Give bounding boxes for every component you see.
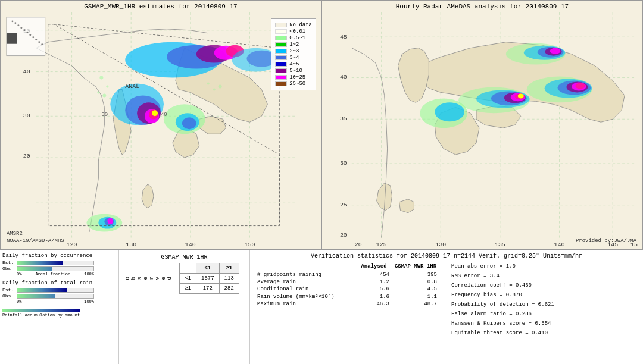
svg-text:30: 30 <box>23 112 30 119</box>
verif-row-gsmap: 395 <box>392 271 439 279</box>
right-map-title: Hourly Radar-AMeDAS analysis for 2014080… <box>322 3 642 10</box>
verif-col-label <box>255 263 356 271</box>
right-map-svg: 45 40 35 30 25 20 125 130 135 140 145 20… <box>322 1 642 249</box>
occurrence-title: Daily fraction by occurrence <box>2 253 116 259</box>
verif-row-analysed: 454 <box>356 271 392 279</box>
svg-text:135: 135 <box>495 241 505 248</box>
map-legend: No data <0.01 0.5~1 1~2 2~3 <box>271 18 316 90</box>
est-occurrence-bar: Est. <box>2 260 116 265</box>
svg-point-57 <box>32 36 34 38</box>
verif-row-label: Conditional rain <box>255 285 356 293</box>
legend-item-05-1: 0.5~1 <box>275 35 312 41</box>
svg-rect-61 <box>7 33 17 44</box>
svg-text:AMSR2: AMSR2 <box>7 231 23 237</box>
svg-point-33 <box>219 84 222 88</box>
svg-point-53 <box>20 27 22 29</box>
est-occurrence-bar-fill <box>17 261 94 265</box>
est-rain-fill <box>17 288 67 292</box>
contingency-col-ge1: ≥1 <box>219 263 239 274</box>
verif-row-label: Rain volume (mm×km²×10⁶) <box>255 293 356 300</box>
svg-point-56 <box>29 34 31 36</box>
est-rain-bar-fill <box>17 288 94 293</box>
svg-point-58 <box>35 39 37 40</box>
est-occ-fill <box>17 261 63 265</box>
verif-row-analysed: 1.2 <box>356 278 392 285</box>
legend-label-10-25: 10~25 <box>289 74 305 80</box>
verif-row-gsmap: 4.5 <box>392 285 439 293</box>
axis-left: 0% <box>17 272 21 277</box>
legend-label-nodata: No data <box>289 22 312 28</box>
svg-text:20: 20 <box>355 241 362 248</box>
svg-point-20 <box>152 110 158 116</box>
svg-point-37 <box>107 218 113 224</box>
contingency-row-ge1: ≥1 172 282 <box>180 284 239 294</box>
legend-color-4-5 <box>275 62 287 67</box>
verif-row-gsmap: 0.8 <box>392 278 439 285</box>
svg-text:45: 45 <box>340 34 347 40</box>
main-container: GSMAP_MWR_1HR estimates for 20140809 17 <box>0 0 643 364</box>
table-row: Maximum rain46.348.7 <box>255 300 439 307</box>
verification-stats-panel: Verification statistics for 20140809 17 … <box>250 250 643 364</box>
legend-color-2-3 <box>275 49 287 54</box>
verif-table-wrapper: Analysed GSMAP_MWR_1HR # gridpoints rain… <box>255 263 439 338</box>
est-label: Est. <box>2 260 15 265</box>
svg-text:30: 30 <box>340 160 347 167</box>
stat-item: Mean abs error = 1.0 <box>451 263 554 271</box>
top-section: GSMAP_MWR_1HR estimates for 20140809 17 <box>0 0 643 250</box>
svg-point-55 <box>26 32 28 33</box>
contingency-table: <1 ≥1 <1 1577 113 ≥1 172 282 <box>179 263 239 294</box>
obs-occ-fill <box>17 267 52 271</box>
contingency-val-lt1-lt1: 1577 <box>196 274 220 284</box>
left-map-panel: GSMAP_MWR_1HR estimates for 20140809 17 <box>0 0 322 250</box>
svg-point-30 <box>109 97 111 99</box>
svg-rect-64 <box>322 1 642 249</box>
verif-row-analysed: 46.3 <box>356 300 392 307</box>
right-stats-col: Mean abs error = 1.0RMS error = 3.4Corre… <box>451 263 554 338</box>
legend-item-5-10: 5~10 <box>275 68 312 74</box>
legend-item-25-50: 25~50 <box>275 81 312 87</box>
legend-label-lt001: <0.01 <box>289 29 305 34</box>
axis-right: 100% <box>84 272 94 277</box>
svg-point-52 <box>17 24 19 26</box>
rainfall-accum-section: Rainfall accumulation by amount <box>2 307 116 318</box>
svg-text:20: 20 <box>340 232 347 239</box>
svg-point-83 <box>518 93 524 98</box>
contingency-row-lt1-header: <1 <box>180 274 196 284</box>
obs-vertical-label: O b s e r v e d <box>123 277 173 280</box>
svg-text:40: 40 <box>23 68 30 75</box>
legend-color-25-50 <box>275 81 287 86</box>
verif-row-gsmap: 48.7 <box>392 300 439 307</box>
legend-item-nodata: No data <box>275 22 312 28</box>
svg-text:30: 30 <box>101 112 108 118</box>
svg-point-60 <box>41 43 43 45</box>
legend-item-1-2: 1~2 <box>275 42 312 48</box>
left-map-title: GSMAP_MWR_1HR estimates for 20140809 17 <box>1 3 321 10</box>
legend-label-25-50: 25~50 <box>289 81 305 87</box>
stat-item: RMS error = 3.4 <box>451 272 554 281</box>
svg-text:140: 140 <box>554 241 565 248</box>
svg-text:20: 20 <box>23 153 30 159</box>
verif-row-label: Maximum rain <box>255 300 356 307</box>
occurrence-axis: 0% Areal fraction 100% <box>17 272 94 277</box>
contingency-val-ge1-lt1: 172 <box>196 284 220 294</box>
svg-point-59 <box>38 41 40 43</box>
obs-occurrence-bar-fill <box>17 266 94 271</box>
svg-text:35: 35 <box>340 115 347 122</box>
svg-point-23 <box>182 117 196 129</box>
verif-content: Analysed GSMAP_MWR_1HR # gridpoints rain… <box>255 263 638 338</box>
stat-item: Frequency bias = 0.870 <box>451 291 554 300</box>
stat-item: False alarm ratio = 0.286 <box>451 310 554 319</box>
verif-row-analysed: 1.6 <box>356 293 392 300</box>
legend-item-lt001: <0.01 <box>275 29 312 34</box>
legend-label-05-1: 0.5~1 <box>289 35 305 41</box>
svg-text:125: 125 <box>376 241 387 248</box>
legend-label-1-2: 1~2 <box>289 42 299 48</box>
contingency-col-lt1: <1 <box>196 263 220 274</box>
legend-label-3-4: 3~4 <box>289 55 299 61</box>
contingency-val-ge1-ge1: 282 <box>219 284 239 294</box>
rain-axis-right: 100% <box>84 299 94 304</box>
contingency-table-panel: GSMAP_MWR_1HR O b s e r v e d <1 ≥1 <1 <box>119 250 250 364</box>
obs-rain-fill <box>17 294 55 298</box>
svg-point-27 <box>106 85 108 87</box>
legend-color-1-2 <box>275 42 287 47</box>
